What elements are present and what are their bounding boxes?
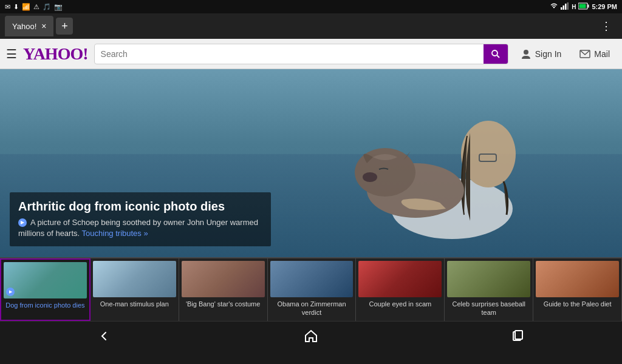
play-badge-dog: ▶ <box>6 288 15 296</box>
thumbnail-label-obama: Obama on Zimmerman verdict <box>270 300 354 317</box>
mail-button[interactable]: Mail <box>573 46 616 62</box>
notification-icon-4: ⚠ <box>33 3 39 11</box>
browser-toolbar: ☰ YAHOO! Sign In Mail <box>0 39 622 69</box>
search-input[interactable] <box>95 49 484 59</box>
svg-rect-19 <box>515 331 522 339</box>
notification-icon-3: 📶 <box>22 3 30 11</box>
hero-description: ▶ A picture of Schoep being soothed by o… <box>18 217 262 239</box>
thumbnail-image-bigbang <box>182 261 265 297</box>
thumbnail-label-bigbang: 'Big Bang' star's costume <box>186 300 260 308</box>
svg-rect-0 <box>561 7 562 10</box>
thumbnail-label-dog: Dog from iconic photo dies <box>5 301 84 309</box>
thumbnail-label-celeb: Celeb surprises baseball team <box>447 300 530 317</box>
play-icon[interactable]: ▶ <box>18 218 27 227</box>
status-icons-right: H 5:29 PM <box>550 2 617 11</box>
hero-illustration <box>227 69 592 257</box>
recents-button[interactable] <box>500 325 536 347</box>
thumbnail-item-celeb[interactable]: Celeb surprises baseball team <box>445 258 533 321</box>
thumbnail-image-obama <box>270 261 354 297</box>
notification-icon-1: ✉ <box>5 3 10 11</box>
thumbnail-image-dog: ▶ <box>4 262 87 298</box>
thumbnail-image-paleo <box>536 261 619 297</box>
bottom-nav <box>0 321 622 350</box>
search-button[interactable] <box>484 44 508 64</box>
svg-rect-1 <box>563 5 565 10</box>
svg-rect-6 <box>579 4 586 8</box>
thumbnail-image-stimulus <box>93 261 176 297</box>
tab-label: Yahoo! <box>12 22 36 31</box>
wifi-icon <box>550 2 558 11</box>
thumbnail-item-obama[interactable]: Obama on Zimmerman verdict <box>268 258 357 321</box>
thumbnail-label-paleo: Guide to the Paleo diet <box>544 300 612 308</box>
thumbnail-item-dog[interactable]: ▶Dog from iconic photo dies <box>0 258 91 321</box>
battery-icon <box>578 2 589 11</box>
thumbnail-label-stimulus: One-man stimulus plan <box>100 300 169 308</box>
svg-point-7 <box>492 50 497 56</box>
back-button[interactable] <box>86 325 122 347</box>
thumbnail-item-paleo[interactable]: Guide to the Paleo diet <box>533 258 622 321</box>
hero-title: Arthritic dog from iconic photo dies <box>18 200 262 214</box>
thumbnail-item-bigbang[interactable]: 'Big Bang' star's costume <box>179 258 268 321</box>
hero-section[interactable]: Arthritic dog from iconic photo dies ▶ A… <box>0 69 622 257</box>
svg-point-17 <box>363 172 377 182</box>
notification-icon-6: 📷 <box>54 3 63 11</box>
svg-line-8 <box>497 55 499 58</box>
status-bar: ✉ ⬇ 📶 ⚠ 🎵 📷 H <box>0 0 622 13</box>
active-tab[interactable]: Yahoo! × <box>5 16 53 36</box>
home-button[interactable] <box>293 325 329 347</box>
svg-point-9 <box>524 50 528 55</box>
browser-menu-button[interactable]: ⋮ <box>596 17 617 35</box>
time-display: 5:29 PM <box>592 3 617 10</box>
yahoo-logo: YAHOO! <box>23 44 88 64</box>
thumbnail-strip: ▶Dog from iconic photo diesOne-man stimu… <box>0 257 622 321</box>
tab-bar: Yahoo! × + ⋮ <box>0 13 622 39</box>
hero-caption: Arthritic dog from iconic photo dies ▶ A… <box>10 192 271 246</box>
thumbnail-image-couple <box>358 261 442 297</box>
svg-rect-5 <box>588 5 589 8</box>
data-icon: H <box>572 4 576 10</box>
thumbnail-image-celeb <box>447 261 530 297</box>
thumbnail-label-couple: Couple eyed in scam <box>369 300 432 308</box>
status-icons-left: ✉ ⬇ 📶 ⚠ 🎵 📷 <box>5 3 63 11</box>
signal-icon <box>561 2 569 11</box>
tab-close-button[interactable]: × <box>41 21 46 31</box>
thumbnail-item-stimulus[interactable]: One-man stimulus plan <box>91 258 179 321</box>
notification-icon-2: ⬇ <box>13 3 19 11</box>
thumbnail-item-couple[interactable]: Couple eyed in scam <box>356 258 445 321</box>
new-tab-button[interactable]: + <box>56 18 73 35</box>
svg-rect-3 <box>567 2 569 10</box>
notification-icon-5: 🎵 <box>43 3 51 11</box>
search-bar[interactable] <box>94 44 508 64</box>
sign-in-button[interactable]: Sign In <box>514 45 568 63</box>
menu-button[interactable]: ☰ <box>6 47 17 61</box>
hero-link[interactable]: Touching tributes » <box>82 229 148 238</box>
svg-rect-2 <box>565 4 567 10</box>
